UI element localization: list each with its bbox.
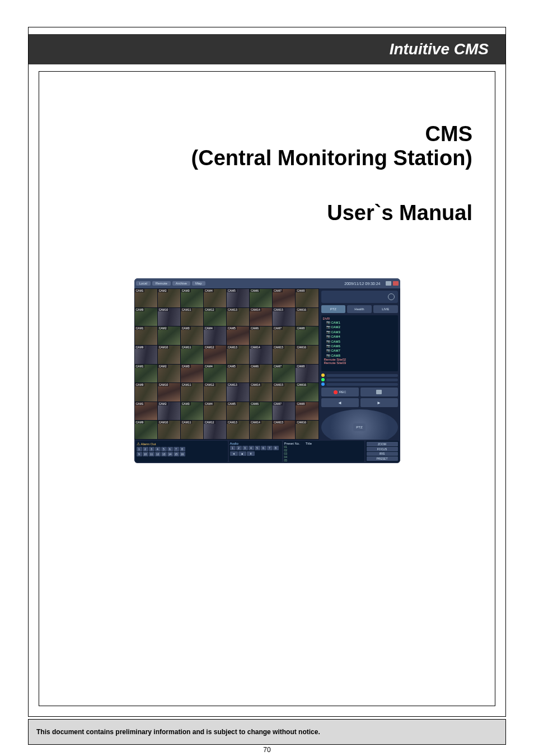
camera-tile[interactable]: CAM10	[158, 346, 180, 364]
alarm-channel-button[interactable]: 5	[161, 447, 167, 451]
alarm-channel-button[interactable]: 14	[167, 452, 173, 456]
camera-tile[interactable]: CAM13	[227, 308, 249, 326]
alarm-channel-button[interactable]: 6	[167, 447, 173, 451]
camera-tile[interactable]: CAM12	[204, 308, 226, 326]
alarm-channel-button[interactable]: 12	[155, 452, 161, 456]
camera-tile[interactable]: CAM11	[181, 421, 203, 439]
tree-camera-item[interactable]: 📷 CAM3	[326, 330, 396, 334]
tree-camera-item[interactable]: 📷 CAM6	[326, 344, 396, 348]
alarm-channel-button[interactable]: 10	[143, 452, 148, 456]
tree-camera-item[interactable]: 📷 CAM1	[326, 320, 396, 325]
focus-button[interactable]: FOCUS	[367, 447, 398, 451]
camera-tile[interactable]: CAM13	[227, 383, 249, 402]
dpad-center-button[interactable]: PTZ	[353, 423, 366, 431]
camera-tile[interactable]: CAM14	[250, 421, 272, 439]
next-button[interactable]: ►	[360, 398, 398, 407]
alarm-channel-button[interactable]: 4	[155, 447, 161, 451]
camera-tile[interactable]: CAM2	[158, 326, 180, 345]
camera-tile[interactable]: CAM14	[250, 346, 272, 364]
mode-health-button[interactable]: Health	[347, 305, 372, 313]
camera-tile[interactable]: CAM4	[204, 402, 226, 421]
camera-tile[interactable]: CAM7	[273, 289, 295, 307]
alarm-channel-button[interactable]: 2	[143, 447, 148, 451]
tab-remote[interactable]: Remote	[152, 281, 171, 286]
camera-tile[interactable]: CAM12	[204, 346, 226, 364]
camera-tile[interactable]: CAM7	[273, 326, 295, 345]
camera-tile[interactable]: CAM1	[135, 402, 157, 421]
camera-tile[interactable]: CAM9	[135, 308, 157, 326]
audio-channel-button[interactable]: 4	[249, 446, 254, 450]
camera-tile[interactable]: CAM4	[204, 289, 226, 307]
camera-tile[interactable]: CAM11	[181, 308, 203, 326]
camera-tile[interactable]: CAM6	[250, 289, 272, 307]
camera-tile[interactable]: CAM5	[227, 326, 249, 345]
alarm-channel-button[interactable]: 1	[137, 447, 142, 451]
camera-tile[interactable]: CAM15	[273, 346, 295, 364]
record-button[interactable]: REC	[321, 388, 359, 396]
audio-prev-button[interactable]: ◄	[230, 451, 238, 456]
camera-tile[interactable]: CAM10	[158, 308, 180, 326]
camera-tile[interactable]: CAM13	[227, 421, 249, 439]
camera-tile[interactable]: CAM12	[204, 383, 226, 402]
camera-tile[interactable]: CAM7	[273, 402, 295, 421]
camera-tile[interactable]: CAM4	[204, 365, 226, 383]
camera-tile[interactable]: CAM14	[250, 308, 272, 326]
preset-row[interactable]: 05	[284, 459, 363, 462]
camera-tile[interactable]: CAM2	[158, 402, 180, 421]
camera-tile[interactable]: CAM3	[181, 402, 203, 421]
camera-tile[interactable]: CAM8	[296, 326, 318, 345]
camera-tile[interactable]: CAM12	[204, 421, 226, 439]
alarm-channel-button[interactable]: 13	[161, 452, 167, 456]
minimize-icon[interactable]	[386, 281, 391, 286]
alarm-channel-button[interactable]: 11	[149, 452, 154, 456]
camera-tile[interactable]: CAM9	[135, 421, 157, 439]
audio-mic-button[interactable]: ⬆	[247, 451, 255, 456]
tree-camera-item[interactable]: 📷 CAM2	[326, 325, 396, 329]
alarm-channel-button[interactable]: 16	[180, 452, 185, 456]
camera-tile[interactable]: CAM1	[135, 365, 157, 383]
camera-tile[interactable]: CAM1	[135, 326, 157, 345]
camera-tile[interactable]: CAM14	[250, 383, 272, 402]
snapshot-button[interactable]	[360, 388, 398, 396]
camera-tile[interactable]: CAM15	[273, 383, 295, 402]
close-icon[interactable]	[393, 281, 399, 286]
camera-tile[interactable]: CAM11	[181, 383, 203, 402]
slider-2[interactable]	[326, 379, 398, 381]
camera-tile[interactable]: CAM6	[250, 326, 272, 345]
camera-tile[interactable]: CAM8	[296, 402, 318, 421]
camera-tile[interactable]: CAM10	[158, 421, 180, 439]
alarm-channel-button[interactable]: 3	[149, 447, 154, 451]
tree-camera-item[interactable]: 📷 CAM7	[326, 348, 396, 353]
audio-channel-button[interactable]: 5	[255, 446, 260, 450]
tree-camera-item[interactable]: 📷 CAM4	[326, 334, 396, 339]
camera-tile[interactable]: CAM3	[181, 365, 203, 383]
tab-local[interactable]: Local	[136, 281, 151, 286]
camera-tile[interactable]: CAM5	[227, 365, 249, 383]
audio-channel-button[interactable]: 8	[273, 446, 279, 450]
device-tree[interactable]: DVR 📷 CAM1📷 CAM2📷 CAM3📷 CAM4📷 CAM5📷 CAM6…	[321, 315, 398, 371]
camera-tile[interactable]: CAM2	[158, 365, 180, 383]
camera-tile[interactable]: CAM7	[273, 365, 295, 383]
audio-channel-button[interactable]: 6	[261, 446, 266, 450]
audio-channel-button[interactable]: 7	[267, 446, 273, 450]
search-input[interactable]	[321, 291, 398, 303]
audio-channel-button[interactable]: 1	[230, 446, 236, 450]
camera-tile[interactable]: CAM16	[296, 383, 318, 402]
zoom-button[interactable]: ZOOM	[367, 442, 398, 446]
camera-tile[interactable]: CAM8	[296, 289, 318, 307]
preset-button[interactable]: PRESET	[367, 456, 398, 461]
camera-tile[interactable]: CAM6	[250, 365, 272, 383]
camera-tile[interactable]: CAM2	[158, 289, 180, 307]
camera-tile[interactable]: CAM13	[227, 346, 249, 364]
mode-live-button[interactable]: LIVE	[373, 305, 398, 313]
tree-camera-item[interactable]: 📷 CAM8	[326, 353, 396, 358]
camera-tile[interactable]: CAM15	[273, 421, 295, 439]
slider-3[interactable]	[326, 383, 398, 386]
camera-tile[interactable]: CAM9	[135, 383, 157, 402]
camera-tile[interactable]: CAM8	[296, 365, 318, 383]
tab-map[interactable]: Map	[192, 281, 205, 286]
camera-tile[interactable]: CAM4	[204, 326, 226, 345]
iris-button[interactable]: IRIS	[367, 452, 398, 456]
camera-tile[interactable]: CAM1	[135, 289, 157, 307]
alarm-channel-button[interactable]: 9	[137, 452, 142, 456]
